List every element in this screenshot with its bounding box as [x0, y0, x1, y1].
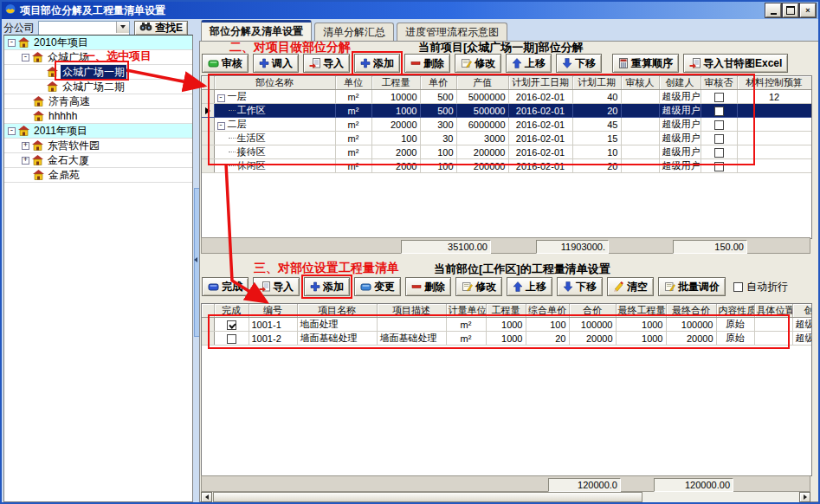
- table-row[interactable]: 1001-1地面处理m²10001001000001000100000原始超级用…: [202, 318, 812, 332]
- column-header[interactable]: 计量单位: [446, 304, 486, 318]
- done-checkbox[interactable]: [227, 320, 236, 330]
- column-header[interactable]: 综合单价: [526, 304, 569, 318]
- column-header[interactable]: 审核人: [621, 76, 659, 90]
- row-indicator-icon: [205, 107, 210, 114]
- tree-expander[interactable]: +: [22, 157, 29, 165]
- table-row[interactable]: 生活区m²1003030002016-02-0115超级用户: [202, 132, 811, 145]
- row-expander[interactable]: -: [217, 122, 225, 130]
- dropdown-button[interactable]: [116, 22, 129, 33]
- audited-checkbox[interactable]: [714, 148, 724, 158]
- boq-button-2[interactable]: 导入: [253, 277, 300, 296]
- boq-button-3[interactable]: 添加: [304, 277, 350, 296]
- boq-button-label: 变更: [374, 280, 395, 294]
- column-header[interactable]: 审核否: [701, 76, 737, 90]
- table-row[interactable]: 工作区m²10005005000002016-02-0120超级用户: [202, 104, 811, 118]
- boq-button-9[interactable]: 清空: [607, 277, 654, 296]
- column-header[interactable]: 产值: [456, 76, 508, 90]
- maximize-button[interactable]: [783, 3, 798, 17]
- panel-splitter[interactable]: [193, 19, 199, 501]
- column-header[interactable]: 材料控制预算: [737, 76, 811, 90]
- boq-button-4[interactable]: 变更: [354, 277, 401, 296]
- tree-node-label: 众城广场二期: [61, 80, 126, 94]
- parts-button-4[interactable]: 添加: [354, 54, 400, 73]
- boq-button-8[interactable]: 下移: [557, 277, 603, 296]
- column-header[interactable]: 完成: [214, 304, 249, 318]
- close-button[interactable]: ×: [800, 3, 816, 17]
- column-header[interactable]: 工程量: [486, 304, 526, 318]
- column-header[interactable]: 内容性质: [716, 304, 754, 318]
- boq-button-5[interactable]: 删除: [405, 277, 451, 296]
- tree-node[interactable]: 金鼎苑: [4, 168, 192, 183]
- tree-node[interactable]: 众城广场一期: [4, 65, 192, 80]
- tab-1[interactable]: 部位分解及清单设置: [201, 20, 312, 41]
- parts-button-7[interactable]: 上移: [506, 54, 552, 73]
- scroll-right-button[interactable]: [799, 492, 810, 502]
- tab-3[interactable]: 进度管理流程示意图: [397, 23, 507, 41]
- table-row[interactable]: 1001-2墙面基础处理墙面基础处理m²10002020000100020000…: [202, 332, 812, 346]
- branch-label: 分公司: [3, 21, 35, 36]
- column-header[interactable]: 计划开工日期: [508, 76, 572, 90]
- boq-button-7[interactable]: 上移: [507, 277, 552, 296]
- parts-button-8[interactable]: 下移: [556, 54, 602, 73]
- column-header[interactable]: 工程量: [371, 76, 420, 90]
- branch-select[interactable]: [38, 21, 130, 36]
- column-header[interactable]: 部位名称: [214, 76, 335, 90]
- tree-node[interactable]: 济青高速: [4, 94, 192, 109]
- table-row[interactable]: -一层m²1000050050000002016-02-0140超级用户12: [202, 90, 811, 104]
- parts-button-3[interactable]: 导入: [303, 54, 350, 73]
- column-header[interactable]: 创建人: [792, 304, 812, 318]
- column-header[interactable]: 项目名称: [297, 304, 377, 318]
- audited-checkbox[interactable]: [714, 162, 724, 171]
- parts-button-6[interactable]: 修改: [455, 54, 501, 73]
- tree-node[interactable]: +金石大厦: [4, 153, 192, 168]
- tab-2[interactable]: 清单分解汇总: [314, 23, 394, 41]
- column-header[interactable]: [202, 76, 214, 90]
- tree-node[interactable]: hhhhh: [4, 109, 192, 124]
- boq-button-1[interactable]: 完成: [202, 277, 249, 296]
- parts-button-2[interactable]: 调入: [253, 54, 299, 73]
- column-header[interactable]: 单价: [420, 76, 456, 90]
- horizontal-scrollbar[interactable]: [201, 492, 810, 502]
- tree-node[interactable]: +东营软件园: [4, 139, 192, 153]
- audited-checkbox[interactable]: [714, 120, 724, 130]
- column-header[interactable]: [202, 304, 214, 318]
- column-header[interactable]: 计划工期: [572, 76, 621, 90]
- import-page-icon: [309, 58, 320, 68]
- parts-button-9[interactable]: 重算顺序: [612, 54, 679, 73]
- tree-expander[interactable]: -: [8, 127, 16, 135]
- audited-checkbox[interactable]: [714, 107, 724, 116]
- table-row[interactable]: 休闲区m²20001002000002016-02-0120超级用户: [202, 159, 811, 173]
- scroll-left-button[interactable]: [201, 492, 212, 502]
- tree-expander[interactable]: -: [22, 54, 29, 61]
- parts-button-5[interactable]: 删除: [404, 54, 450, 73]
- table-row[interactable]: 接待区m²20001002000002016-02-0110超级用户: [202, 145, 811, 159]
- parts-button-1[interactable]: 审核: [202, 54, 249, 73]
- audited-checkbox[interactable]: [714, 93, 724, 102]
- tree-node[interactable]: 众城广场二期: [4, 80, 192, 94]
- tree-expander[interactable]: -: [8, 39, 16, 47]
- column-header[interactable]: 编号: [249, 304, 297, 318]
- minimize-button[interactable]: [765, 3, 781, 17]
- autowrap-checkbox[interactable]: [733, 282, 743, 292]
- boq-button-6[interactable]: 修改: [455, 277, 502, 296]
- column-header[interactable]: 合价: [569, 304, 616, 318]
- cell-qty: 2000: [371, 159, 420, 173]
- tab-content: 二、对项目做部位分解 当前项目[众城广场一期]部位分解 审核调入导入添加删除修改…: [199, 41, 820, 502]
- done-checkbox[interactable]: [227, 334, 236, 344]
- cell-value: 6000000: [456, 118, 508, 132]
- table-row[interactable]: -二层m²2000030060000002016-02-0145超级用户: [202, 118, 811, 132]
- boq-button-10[interactable]: 批量调价: [658, 277, 726, 296]
- column-header[interactable]: 项目描述: [377, 304, 446, 318]
- search-button[interactable]: 查找E: [134, 21, 188, 36]
- column-header[interactable]: 单位: [335, 76, 371, 90]
- column-header[interactable]: 创建人: [659, 76, 701, 90]
- row-expander[interactable]: -: [217, 94, 225, 102]
- column-header[interactable]: 最终合价: [666, 304, 716, 318]
- parts-button-10[interactable]: 导入甘特图Excel: [683, 54, 788, 73]
- tree-expander[interactable]: +: [22, 142, 29, 150]
- column-header[interactable]: 具体位置: [754, 304, 792, 318]
- tree-node[interactable]: -2011年项目: [4, 124, 192, 139]
- column-header[interactable]: 最终工程量: [616, 304, 666, 318]
- scrollbar-thumb[interactable]: [213, 492, 642, 502]
- audited-checkbox[interactable]: [714, 134, 724, 144]
